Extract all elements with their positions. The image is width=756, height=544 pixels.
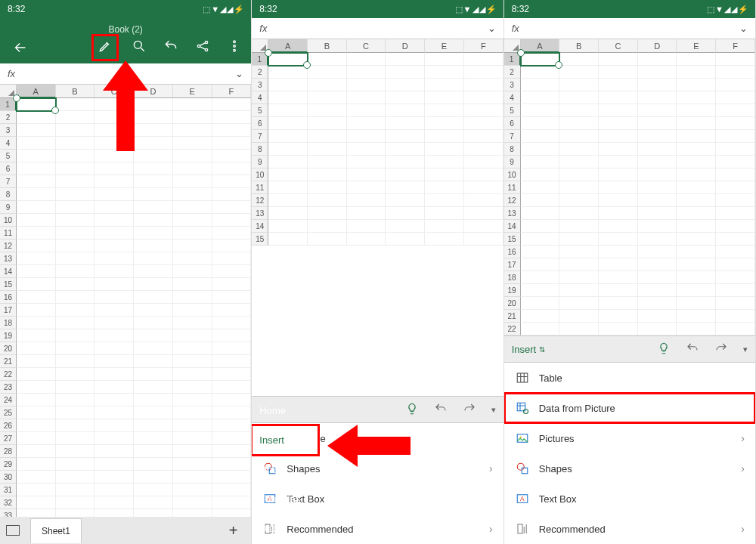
- cell[interactable]: [559, 258, 599, 271]
- row-header[interactable]: 7: [504, 130, 521, 143]
- cell[interactable]: [599, 181, 638, 194]
- cell[interactable]: [599, 66, 638, 79]
- cell[interactable]: [212, 432, 252, 445]
- cell[interactable]: [212, 175, 252, 188]
- cell[interactable]: [134, 240, 173, 252]
- cell[interactable]: [464, 168, 503, 181]
- cell[interactable]: [17, 111, 56, 124]
- cell[interactable]: [94, 188, 134, 201]
- row-header[interactable]: 15: [252, 233, 268, 246]
- cell[interactable]: [521, 156, 560, 168]
- cell[interactable]: [173, 278, 212, 291]
- cell[interactable]: [17, 278, 56, 291]
- cell[interactable]: [134, 317, 173, 329]
- cell[interactable]: [638, 117, 677, 130]
- cell[interactable]: [386, 91, 425, 104]
- cell[interactable]: [173, 111, 212, 124]
- cell[interactable]: [134, 265, 173, 278]
- row-header[interactable]: 6: [504, 117, 521, 130]
- cell[interactable]: [677, 233, 716, 246]
- cell[interactable]: [677, 104, 716, 117]
- cell[interactable]: [521, 181, 560, 194]
- cell[interactable]: [638, 323, 677, 335]
- cell[interactable]: [386, 168, 425, 181]
- cell[interactable]: [56, 419, 95, 432]
- cell[interactable]: [599, 168, 638, 181]
- cell[interactable]: [134, 381, 173, 394]
- cell[interactable]: [425, 91, 464, 104]
- cell[interactable]: [173, 445, 212, 458]
- row-header[interactable]: 20: [0, 342, 17, 355]
- cell[interactable]: [56, 175, 95, 188]
- cell[interactable]: [386, 194, 425, 207]
- row-header[interactable]: 9: [0, 201, 17, 214]
- cell[interactable]: [521, 104, 560, 117]
- cell[interactable]: [599, 104, 638, 117]
- cell[interactable]: [212, 111, 252, 124]
- column-header[interactable]: D: [386, 39, 425, 53]
- cell[interactable]: [464, 130, 503, 143]
- lightbulb-button[interactable]: [405, 402, 419, 418]
- cell[interactable]: [425, 79, 464, 91]
- row-header[interactable]: 25: [0, 406, 17, 419]
- row-header[interactable]: 24: [0, 394, 17, 406]
- cell[interactable]: [638, 66, 677, 79]
- row-header[interactable]: 11: [0, 227, 17, 240]
- cell[interactable]: [308, 53, 347, 66]
- row-header[interactable]: 26: [0, 419, 17, 432]
- cell[interactable]: [173, 355, 212, 368]
- cell[interactable]: [677, 143, 716, 156]
- cell[interactable]: [17, 355, 56, 368]
- cell[interactable]: [347, 194, 386, 207]
- column-header[interactable]: B: [308, 39, 347, 53]
- row-header[interactable]: 13: [252, 207, 268, 220]
- row-header[interactable]: 10: [0, 214, 17, 227]
- cell[interactable]: [677, 310, 716, 323]
- cell[interactable]: [425, 156, 464, 168]
- cell[interactable]: [94, 278, 134, 291]
- cell[interactable]: [386, 104, 425, 117]
- cell[interactable]: [521, 91, 560, 104]
- cell[interactable]: [347, 207, 386, 220]
- cell[interactable]: [56, 137, 95, 150]
- cell[interactable]: [638, 79, 677, 91]
- cell[interactable]: [386, 130, 425, 143]
- cell[interactable]: [638, 284, 677, 297]
- column-header[interactable]: E: [173, 85, 212, 98]
- add-sheet-button[interactable]: +: [222, 522, 246, 539]
- cell[interactable]: [638, 91, 677, 104]
- redo-button[interactable]: [463, 402, 476, 418]
- menu-item-datapic[interactable]: Data from Picture: [504, 393, 755, 423]
- undo-button[interactable]: [686, 342, 699, 357]
- cell[interactable]: [559, 284, 599, 297]
- row-header[interactable]: 21: [504, 310, 521, 323]
- cell[interactable]: [212, 150, 252, 162]
- cell[interactable]: [677, 181, 716, 194]
- cell[interactable]: [559, 233, 599, 246]
- cell[interactable]: [173, 381, 212, 394]
- chevron-down-icon[interactable]: ⌄: [739, 23, 748, 34]
- cell[interactable]: [173, 304, 212, 317]
- cell[interactable]: [308, 117, 347, 130]
- cell[interactable]: [677, 117, 716, 130]
- cell[interactable]: [17, 188, 56, 201]
- cell[interactable]: [599, 143, 638, 156]
- cell[interactable]: [677, 53, 716, 66]
- sheet-tab[interactable]: Sheet1: [30, 518, 82, 543]
- cell[interactable]: [56, 342, 95, 355]
- row-header[interactable]: 2: [252, 66, 268, 79]
- cell[interactable]: [308, 233, 347, 246]
- cell[interactable]: [212, 355, 252, 368]
- cell[interactable]: [599, 246, 638, 258]
- cell[interactable]: [56, 317, 95, 329]
- cell[interactable]: [521, 130, 560, 143]
- cell[interactable]: [716, 310, 755, 323]
- menu-item-shapes[interactable]: Shapes›: [504, 453, 755, 484]
- cell[interactable]: [599, 297, 638, 310]
- cell[interactable]: [347, 143, 386, 156]
- cell[interactable]: [94, 265, 134, 278]
- cell[interactable]: [17, 419, 56, 432]
- cell[interactable]: [521, 117, 560, 130]
- chevron-down-icon[interactable]: ⌄: [235, 68, 243, 79]
- column-header[interactable]: E: [425, 39, 464, 53]
